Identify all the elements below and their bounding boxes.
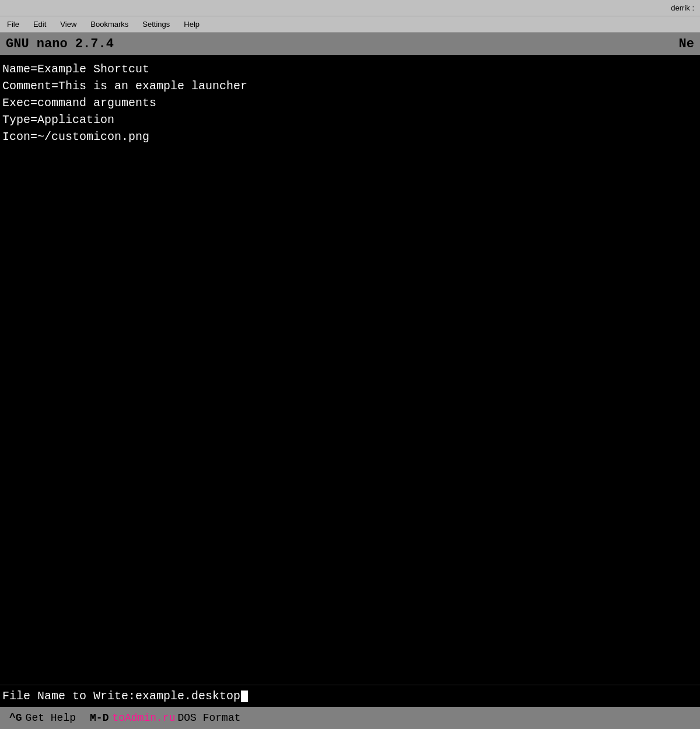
filename-label: File Name to Write: (2, 689, 135, 703)
filename-cursor (241, 691, 248, 702)
menu-bookmarks[interactable]: Bookmarks (86, 19, 133, 30)
menu-view[interactable]: View (55, 19, 81, 30)
nano-title: GNU nano 2.7.4 (6, 37, 679, 51)
editor-line-4: Type=Application (2, 113, 114, 127)
nano-header-right: Ne (679, 37, 694, 51)
filename-bar: File Name to Write: example.desktop (0, 685, 700, 707)
editor-area[interactable]: Name=Example Shortcut Comment=This is an… (0, 55, 700, 685)
title-bar-username: derrik : (671, 3, 694, 12)
shortcut-key-g: ^G (9, 712, 22, 724)
title-bar: derrik : (0, 0, 700, 16)
shortcuts-bar: ^G Get Help M-D toAdmin.ru DOS Format (0, 707, 700, 729)
menu-file[interactable]: File (2, 19, 24, 30)
menu-bar: File Edit View Bookmarks Settings Help (0, 16, 700, 33)
menu-help[interactable]: Help (179, 19, 204, 30)
shortcut-label-get-help: Get Help (26, 712, 76, 724)
menu-edit[interactable]: Edit (29, 19, 51, 30)
nano-header: GNU nano 2.7.4 Ne (0, 33, 700, 55)
editor-line-2: Comment=This is an example launcher (2, 79, 247, 93)
editor-line-3: Exec=command arguments (2, 96, 156, 110)
shortcut-dos-format: M-D toAdmin.ru DOS Format (83, 707, 247, 729)
filename-value: example.desktop (135, 689, 240, 703)
editor-line-1: Name=Example Shortcut (2, 62, 149, 76)
shortcut-label-dos-format: DOS Format (177, 712, 240, 724)
shortcut-key-md: M-D (90, 712, 108, 724)
menu-settings[interactable]: Settings (138, 19, 174, 30)
editor-line-5: Icon=~/customicon.png (2, 130, 149, 143)
shortcut-get-help: ^G Get Help (2, 707, 83, 729)
shortcut-watermark: toAdmin.ru (112, 712, 175, 724)
